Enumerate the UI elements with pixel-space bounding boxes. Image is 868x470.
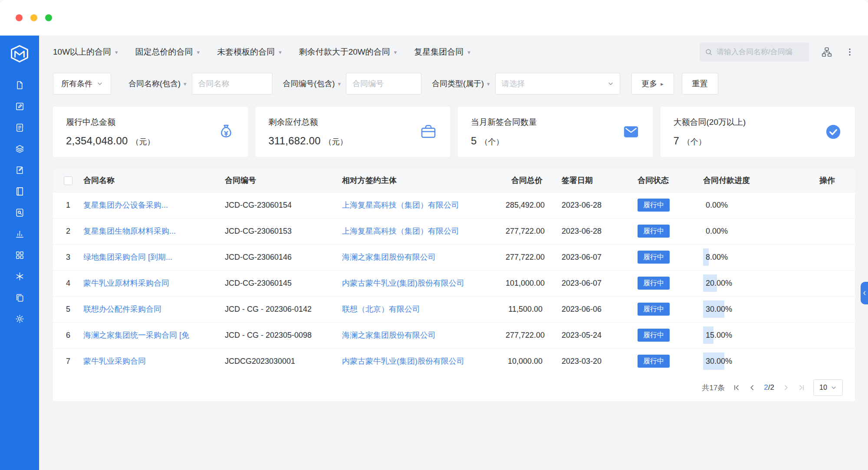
org-chart-icon[interactable] [821,46,832,58]
search-icon [705,48,713,56]
sidebar-item-11[interactable] [0,287,39,308]
sidebar-item-8[interactable] [0,223,39,245]
filter-field-label[interactable]: 合同编号(包含)▾ [283,78,341,89]
caret-down-icon: ▾ [467,49,470,55]
sidebar-item-6[interactable] [0,181,39,202]
window-titlebar [0,0,868,36]
table-row: 4蒙牛乳业原材料采购合同JCD-CG-23060145内蒙古蒙牛乳业(集团)股份… [53,270,855,296]
sidebar-item-1[interactable] [0,75,39,96]
column-header-actions: 操作 [809,169,855,192]
global-search[interactable] [700,42,809,62]
page-indicator: 2/2 [764,383,774,392]
party-link[interactable]: 海澜之家集团股份有限公司 [342,330,506,340]
caret-down-icon: ▾ [115,49,118,55]
contract-name-link[interactable]: 复星集团生物原材料采购... [83,226,225,236]
close-button[interactable] [16,14,23,21]
table-row: 2复星集团生物原材料采购...JCD-CG-23060153上海复星高科技（集团… [53,218,855,244]
sidebar-item-3[interactable] [0,117,39,138]
column-header-status: 合同状态 [631,169,699,192]
party-link[interactable]: 上海复星高科技（集团）有限公司 [342,226,506,236]
all-conditions-button[interactable]: 所有条件 [53,73,111,95]
sidebar [0,36,39,470]
select-all-checkbox[interactable] [64,176,72,185]
filter-tab[interactable]: 未套模板的合同▾ [217,46,282,58]
zoom-button[interactable] [45,14,52,21]
filter-tab[interactable]: 固定总价的合同▾ [135,46,200,58]
row-index: 1 [53,192,83,218]
column-header-progress: 合同付款进度 [699,169,809,192]
collapse-panel-handle[interactable] [861,282,868,304]
edit-doc-icon [15,165,25,175]
party-link[interactable]: 内蒙古蒙牛乳业(集团)股份有限公司 [342,278,506,288]
contract-name-link[interactable]: 蒙牛乳业采购合同 [83,356,225,366]
more-filters-button[interactable]: 更多 ▸ [631,73,674,95]
caret-down-icon: ▾ [487,81,490,87]
column-header-name: 合同名称 [83,169,225,192]
column-header-date: 签署日期 [556,169,631,192]
sidebar-item-5[interactable] [0,160,39,181]
prev-page-button[interactable] [748,384,756,392]
next-page-button[interactable] [782,384,790,392]
app-window: 10W以上的合同▾固定总价的合同▾未套模板的合同▾剩余付款大于20W的合同▾复星… [0,0,868,470]
contract-name-link[interactable]: 联想办公配件采购合同 [83,304,225,314]
filter-field-label[interactable]: 合同名称(包含)▾ [128,78,187,89]
filter-bar: 所有条件 合同名称(包含)▾合同编号(包含)▾合同类型(属于)▾请选择 更多 ▸… [39,69,868,95]
party-link[interactable]: 内蒙古蒙牛乳业(集团)股份有限公司 [342,356,506,366]
sign-date: 2023-03-20 [556,348,631,374]
reset-button[interactable]: 重置 [682,73,718,95]
filter-input-2[interactable] [346,73,421,95]
sidebar-item-7[interactable] [0,202,39,223]
first-page-button[interactable] [733,384,740,392]
filter-input-1[interactable] [192,73,273,95]
caret-right-icon: ▸ [661,81,664,87]
sidebar-item-12[interactable] [0,308,39,330]
filter-tab[interactable]: 剩余付款大于20W的合同▾ [299,46,397,58]
app-logo[interactable] [0,36,39,74]
sidebar-item-2[interactable] [0,96,39,117]
select-placeholder: 请选择 [502,78,525,89]
party-link[interactable]: 海澜之家集团股份有限公司 [342,252,506,262]
kebab-menu-icon[interactable] [845,47,855,57]
grid-icon [15,250,25,260]
filter-field-label[interactable]: 合同类型(属于)▾ [432,78,490,89]
column-header-party: 相对方签约主体 [342,169,506,192]
sign-date: 2023-06-06 [556,296,631,322]
last-page-button[interactable] [798,384,806,392]
minimize-button[interactable] [30,14,37,21]
search-input[interactable] [717,48,804,56]
sidebar-item-9[interactable] [0,245,39,266]
reset-label: 重置 [692,78,708,89]
stat-unit: （个） [480,137,504,147]
contract-total: 277,722.00 [506,244,556,270]
check-circle-icon [825,123,842,140]
snowflake-icon [15,271,25,281]
row-index: 2 [53,218,83,244]
document-icon [15,80,25,90]
filter-tab[interactable]: 复星集团合同▾ [414,46,470,58]
contract-name-link[interactable]: 复星集团办公设备采购... [83,200,225,210]
contract-name-link[interactable]: 海澜之家集团统一采购合同 [免 [83,330,225,340]
page-size-select[interactable]: 10 [813,379,843,396]
contract-total: 11,500.00 [506,296,556,322]
filter-tab[interactable]: 10W以上的合同▾ [53,46,118,58]
briefcase-icon [420,123,437,140]
contract-total: 285,492.00 [506,192,556,218]
sidebar-item-4[interactable] [0,138,39,160]
filter-field: 合同编号(包含)▾ [283,73,422,95]
payment-progress: 8.00% [703,248,773,266]
sidebar-item-10[interactable] [0,266,39,287]
payment-progress: 0.00% [703,196,773,214]
status-badge: 履行中 [638,329,670,342]
contract-name-link[interactable]: 蒙牛乳业原材料采购合同 [83,278,225,288]
book-icon [15,186,25,196]
sign-date: 2023-06-07 [556,270,631,296]
status-badge: 履行中 [638,225,670,238]
sidebar-nav [0,75,39,330]
filter-select[interactable]: 请选择 [495,73,620,95]
more-label: 更多 [641,78,657,89]
party-link[interactable]: 上海复星高科技（集团）有限公司 [342,200,506,210]
row-actions [809,322,855,348]
stat-value: 5 [471,135,477,147]
contract-name-link[interactable]: 绿地集团采购合同 [到期... [83,252,225,262]
party-link[interactable]: 联想（北京）有限公司 [342,304,506,314]
